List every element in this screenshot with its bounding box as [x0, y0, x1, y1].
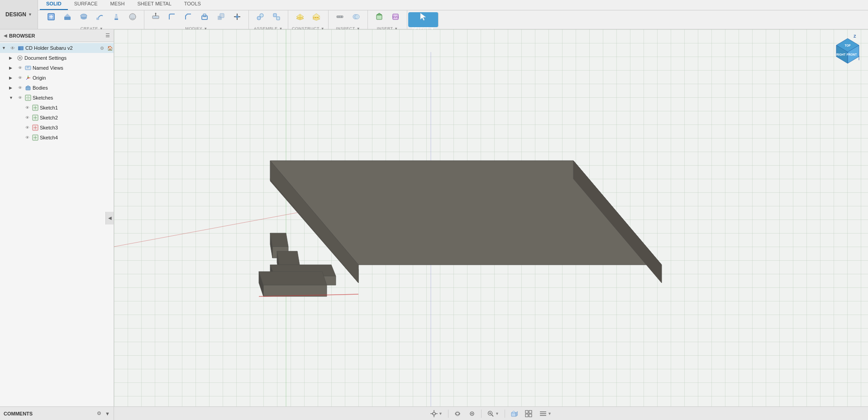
tree-root-item[interactable]: ▼ 👁 CD Holder Subaru v2 ⚙ 🏠: [0, 43, 114, 53]
svg-rect-121: [511, 413, 516, 416]
look-btn[interactable]: [466, 409, 478, 418]
svg-rect-126: [525, 414, 528, 417]
svg-rect-7: [96, 18, 99, 20]
tree-named-views[interactable]: ▶ 👁 Named Views: [0, 63, 114, 73]
joint-btn[interactable]: [253, 9, 268, 24]
root-vis-icon[interactable]: 👁: [9, 46, 16, 51]
svg-point-6: [81, 14, 87, 18]
design-chevron: ▼: [28, 12, 32, 17]
measure-btn[interactable]: [332, 9, 348, 24]
svg-marker-42: [377, 13, 382, 15]
tree-sketch4[interactable]: 👁 Sketch4: [0, 133, 114, 143]
tab-strip: SOLID SURFACE MESH SHEET METAL TOOLS: [36, 0, 207, 10]
doc-settings-label: Document Settings: [24, 55, 114, 61]
sketch4-vis[interactable]: 👁: [24, 135, 31, 140]
comments-settings-icon[interactable]: ⚙: [97, 410, 101, 416]
view-cube[interactable]: Z FRONT RIGHT TOP: [832, 34, 863, 66]
shell-btn[interactable]: [197, 9, 212, 24]
extrude-btn[interactable]: [60, 9, 75, 24]
viewport[interactable]: Z FRONT RIGHT TOP: [114, 29, 868, 406]
svg-rect-28: [277, 17, 280, 20]
tab-sheet-metal[interactable]: SHEET METAL: [131, 0, 177, 10]
tab-mesh[interactable]: MESH: [104, 0, 131, 10]
loft-btn[interactable]: [109, 9, 124, 24]
svg-text:Z: Z: [854, 34, 856, 38]
svg-text:...: ...: [131, 15, 134, 19]
svg-rect-19: [220, 14, 224, 18]
browser-collapse-btn[interactable]: ◀: [105, 212, 114, 224]
svg-text:FRONT: FRONT: [847, 53, 857, 56]
svg-marker-93: [259, 272, 327, 285]
svg-rect-125: [529, 410, 532, 413]
as-built-joint-btn[interactable]: [269, 9, 284, 24]
tree-sketch2[interactable]: 👁 Sketch2: [0, 113, 114, 123]
interference-btn[interactable]: [348, 9, 364, 24]
browser-collapse-arrow[interactable]: ◀: [4, 33, 7, 38]
sketch3-vis[interactable]: 👁: [24, 125, 31, 130]
sketches-vis[interactable]: 👁: [16, 95, 24, 100]
tree-doc-settings[interactable]: ▶ Document Settings: [0, 53, 114, 63]
design-button[interactable]: DESIGN ▼: [0, 0, 38, 29]
sketches-arrow[interactable]: ▼: [9, 95, 15, 100]
sweep-btn[interactable]: [92, 9, 108, 24]
named-views-vis[interactable]: 👁: [16, 66, 24, 70]
sketches-label: Sketches: [33, 95, 114, 100]
root-home-icon[interactable]: 🏠: [106, 46, 114, 51]
sep1: [448, 410, 448, 418]
zoom-btn[interactable]: ▼: [484, 409, 502, 418]
create-more-btn[interactable]: ...: [125, 9, 140, 24]
svg-rect-41: [377, 15, 382, 19]
svg-marker-84: [277, 251, 300, 265]
insert-svg-btn[interactable]: SVG: [388, 9, 403, 24]
revolve-btn[interactable]: [76, 9, 91, 24]
svg-point-49: [19, 57, 21, 59]
tree-origin[interactable]: ▶ 👁 Origin: [0, 73, 114, 83]
svg-rect-128: [540, 411, 546, 412]
comments-collapse-icon[interactable]: ▼: [105, 411, 110, 416]
comments-title: COMMENTS: [4, 411, 93, 416]
new-component-btn[interactable]: [43, 9, 59, 24]
insert-section: SVG INSERT ▼: [368, 10, 407, 29]
svg-text:RIGHT: RIGHT: [836, 53, 845, 56]
tree-bodies[interactable]: ▶ 👁 Bodies: [0, 83, 114, 93]
tree-sketch1[interactable]: 👁 Sketch1: [0, 103, 114, 113]
browser-settings-icon[interactable]: ☰: [105, 33, 110, 38]
select-btn[interactable]: [415, 9, 431, 24]
root-collapse-arrow[interactable]: ▼: [2, 46, 8, 50]
named-views-arrow[interactable]: ▶: [9, 66, 15, 70]
offset-plane-btn[interactable]: [292, 9, 308, 24]
bodies-arrow[interactable]: ▶: [9, 86, 15, 90]
root-label: CD Holder Subaru v2: [25, 45, 97, 51]
orbit-btn[interactable]: [451, 409, 464, 418]
doc-settings-arrow[interactable]: ▶: [9, 56, 15, 60]
display-cube-btn[interactable]: [508, 409, 520, 418]
tab-tools[interactable]: TOOLS: [178, 0, 207, 10]
origin-arrow[interactable]: ▶: [9, 76, 15, 80]
inspect-section: INSPECT ▼: [329, 10, 368, 29]
origin-vis[interactable]: 👁: [16, 76, 24, 80]
grid-toggle-btn[interactable]: [522, 409, 535, 418]
combine-btn[interactable]: [213, 9, 229, 24]
midplane-btn[interactable]: [309, 9, 324, 24]
insert-mesh-btn[interactable]: [372, 9, 387, 24]
chamfer-btn[interactable]: [181, 9, 196, 24]
tree-sketch3[interactable]: 👁 Sketch3: [0, 123, 114, 133]
svg-marker-34: [313, 14, 320, 18]
root-settings-icon[interactable]: ⚙: [98, 46, 105, 51]
tree-sketches[interactable]: ▼ 👁 Sketches: [0, 93, 114, 103]
svg-point-116: [472, 413, 473, 414]
comments-bar: COMMENTS ⚙ ▼: [0, 406, 114, 420]
tab-solid[interactable]: SOLID: [40, 0, 68, 10]
press-pull-btn[interactable]: [148, 9, 163, 24]
sketch2-vis[interactable]: 👁: [24, 115, 31, 120]
select-section: SELECT ▼: [408, 12, 438, 27]
svg-point-20: [236, 15, 238, 18]
move-btn[interactable]: [229, 9, 245, 24]
tab-surface[interactable]: SURFACE: [68, 0, 104, 10]
pan-btn[interactable]: ▼: [428, 409, 445, 418]
display-settings-btn[interactable]: ▼: [537, 409, 554, 418]
bodies-vis[interactable]: 👁: [16, 86, 24, 90]
fillet-btn[interactable]: [164, 9, 180, 24]
svg-marker-113: [437, 413, 438, 414]
sketch1-vis[interactable]: 👁: [24, 105, 31, 110]
